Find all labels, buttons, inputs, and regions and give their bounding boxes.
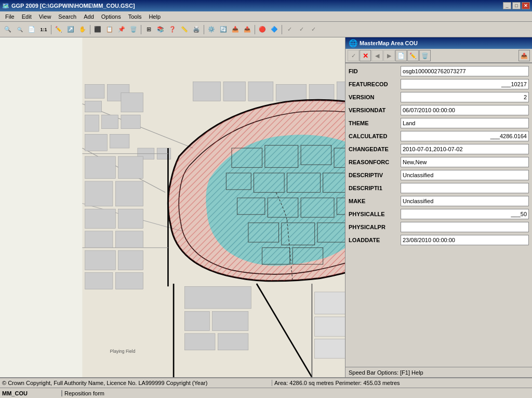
- status-bar: © Crown Copyright, Full Authority Name, …: [0, 377, 532, 388]
- svg-rect-49: [315, 292, 348, 314]
- print-tool[interactable]: 🖨️: [191, 24, 202, 35]
- attribute-panel: 🌐 MasterMap Area COU ✓ ✕ ◀ ▶ 📄 ✏️ 🗑️ 📤 F…: [345, 37, 532, 377]
- svg-rect-48: [218, 334, 248, 350]
- version-label: VERSION: [349, 94, 401, 100]
- menu-options[interactable]: Options: [98, 12, 124, 21]
- svg-rect-9: [121, 93, 143, 112]
- versiondat-value[interactable]: [401, 105, 529, 115]
- panel-title-text: MasterMap Area COU: [360, 40, 418, 46]
- featurecod-value[interactable]: [401, 79, 529, 89]
- separator-5: [255, 25, 255, 34]
- zoom-in-button[interactable]: 🔍: [2, 24, 14, 35]
- export-record-button[interactable]: 📤: [518, 50, 530, 61]
- copy-record-button[interactable]: 📄: [395, 50, 407, 61]
- menu-add[interactable]: Add: [81, 12, 97, 21]
- measurement-text: Area: 4286.0 sq metres Perimeter: 455.03…: [272, 380, 532, 386]
- reasonforc-label: REASONFORC: [349, 159, 401, 165]
- delete-tool[interactable]: 🗑️: [128, 24, 139, 35]
- svg-rect-55: [315, 339, 348, 359]
- svg-rect-52: [315, 317, 348, 336]
- svg-rect-68: [118, 156, 143, 179]
- svg-rect-11: [85, 134, 108, 151]
- physicalpr-label: PHYSICALPR: [349, 224, 401, 230]
- loaddate-value[interactable]: [401, 235, 529, 245]
- next-button[interactable]: ▶: [383, 50, 395, 61]
- paste-tool[interactable]: 📌: [116, 24, 127, 35]
- minimize-button[interactable]: _: [503, 2, 511, 9]
- theme-value[interactable]: [401, 118, 529, 128]
- descriptiv-row: DESCRIPTIV: [349, 169, 529, 181]
- descripti1-label: DESCRIPTI1: [349, 185, 401, 191]
- svg-rect-15: [248, 82, 273, 101]
- svg-rect-7: [85, 115, 99, 131]
- prev-button[interactable]: ◀: [371, 50, 383, 61]
- svg-rect-70: [115, 181, 143, 206]
- pencil-tool[interactable]: ✏️: [53, 24, 64, 35]
- menu-edit[interactable]: Edit: [19, 12, 35, 21]
- svg-rect-14: [223, 82, 246, 101]
- fid-row: FID: [349, 65, 529, 77]
- loaddate-label: LOADDATE: [349, 237, 401, 243]
- edit-button[interactable]: ✏️: [407, 50, 419, 61]
- panel-title: 🌐 MasterMap Area COU: [345, 37, 532, 49]
- delete-record-button[interactable]: 🗑️: [419, 50, 431, 61]
- separator-1: [51, 25, 51, 34]
- physicalpr-value[interactable]: [401, 222, 529, 232]
- svg-rect-76: [118, 250, 143, 270]
- settings-tool[interactable]: ⚙️: [206, 24, 217, 35]
- reasonforc-value[interactable]: [401, 157, 529, 167]
- changedate-row: CHANGEDATE: [349, 143, 529, 155]
- descriptiv-value[interactable]: [401, 170, 529, 180]
- menu-help[interactable]: Help: [145, 12, 164, 21]
- cancel-button[interactable]: ✕: [360, 50, 371, 61]
- select-tool[interactable]: ⬛: [92, 24, 103, 35]
- circle-tool[interactable]: 🔴: [257, 24, 268, 35]
- query-tool[interactable]: ❓: [167, 24, 178, 35]
- zoom-1-1-button[interactable]: 1:1: [38, 24, 49, 35]
- svg-rect-13: [193, 82, 220, 101]
- form-area: FID FEATURECOD VERSION VERSIONDAT THEME …: [345, 63, 532, 367]
- descripti1-row: DESCRIPTI1: [349, 182, 529, 194]
- calculated-row: CALCULATED: [349, 130, 529, 142]
- featurecod-label: FEATURECOD: [349, 81, 401, 87]
- menu-tools[interactable]: Tools: [125, 12, 145, 21]
- title-controls[interactable]: _ □ ✕: [503, 2, 530, 9]
- reasonforc-row: REASONFORC: [349, 156, 529, 168]
- check3-button[interactable]: ✓: [308, 24, 319, 35]
- changedate-value[interactable]: [401, 144, 529, 154]
- check2-button[interactable]: ✓: [296, 24, 307, 35]
- close-button[interactable]: ✕: [522, 2, 530, 9]
- full-extent-button[interactable]: 📄: [26, 24, 37, 35]
- bottom-bar: MM_COU Reposition form: [0, 388, 532, 398]
- pan-tool[interactable]: ✋: [77, 24, 88, 35]
- pointer-tool[interactable]: ↗️: [65, 24, 76, 35]
- menu-view[interactable]: View: [36, 12, 55, 21]
- check1-button[interactable]: ✓: [284, 24, 295, 35]
- svg-rect-72: [118, 209, 143, 228]
- menu-file[interactable]: File: [2, 12, 18, 21]
- make-value[interactable]: [401, 196, 529, 206]
- version-value[interactable]: [401, 92, 529, 102]
- zoom-out-button[interactable]: 🔍: [14, 24, 25, 35]
- grid-tool[interactable]: ⊞: [143, 24, 154, 35]
- refresh-tool[interactable]: 🔄: [218, 24, 229, 35]
- theme-label: THEME: [349, 120, 401, 126]
- loaddate-row: LOADDATE: [349, 234, 529, 246]
- copy-tool[interactable]: 📋: [104, 24, 115, 35]
- svg-rect-46: [212, 311, 248, 330]
- panel-toolbar: ✓ ✕ ◀ ▶ 📄 ✏️ 🗑️ 📤: [345, 49, 532, 63]
- export-tool[interactable]: 📤: [242, 24, 253, 35]
- measure-tool[interactable]: 📏: [179, 24, 190, 35]
- fid-value[interactable]: [401, 66, 529, 76]
- import-tool[interactable]: 📥: [230, 24, 241, 35]
- physicalle-value[interactable]: [401, 209, 529, 219]
- descripti1-value[interactable]: [401, 183, 529, 193]
- svg-rect-47: [184, 334, 215, 350]
- separator-2: [90, 25, 90, 34]
- calculated-value[interactable]: [401, 131, 529, 141]
- layer-tool[interactable]: 📚: [155, 24, 166, 35]
- maximize-button[interactable]: □: [512, 2, 521, 9]
- polygon-tool[interactable]: 🔷: [269, 24, 280, 35]
- menu-search[interactable]: Search: [55, 12, 79, 21]
- confirm-button[interactable]: ✓: [348, 50, 359, 61]
